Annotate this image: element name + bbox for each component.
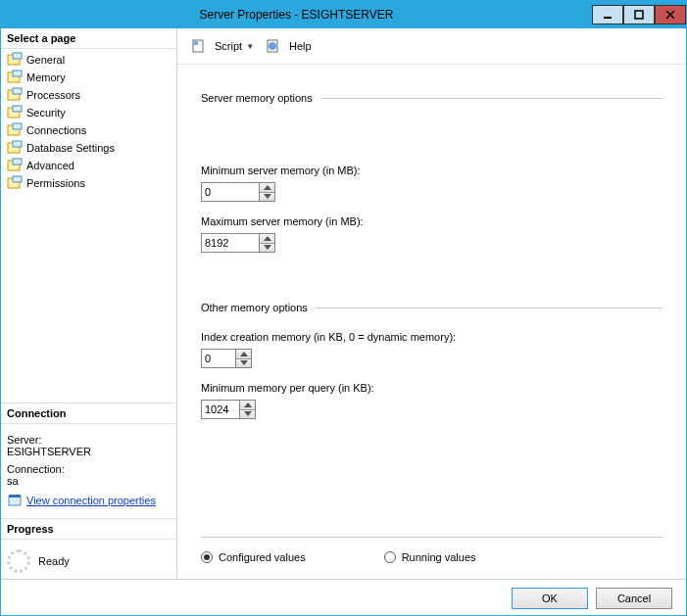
min-server-memory-label: Minimum server memory (in MB):: [201, 165, 662, 176]
progress-spinner-icon: [7, 549, 30, 573]
index-creation-memory-field[interactable]: [201, 349, 236, 368]
min-memory-per-query-input[interactable]: [201, 400, 662, 419]
page-label: Advanced: [26, 160, 74, 171]
help-button[interactable]: Help: [262, 36, 316, 56]
ok-button[interactable]: OK: [512, 588, 588, 609]
configured-values-radio[interactable]: Configured values: [201, 551, 306, 563]
select-page-header: Select a page: [1, 28, 176, 49]
running-values-radio[interactable]: Running values: [384, 551, 476, 563]
main-content: Server memory options Minimum server mem…: [177, 65, 686, 579]
max-server-memory-field[interactable]: [201, 233, 260, 253]
properties-icon: [7, 493, 23, 508]
page-item-security[interactable]: Security: [1, 104, 176, 121]
page-label: Database Settings: [26, 142, 115, 154]
svg-marker-30: [240, 360, 248, 365]
section-server-memory: Server memory options: [201, 92, 313, 104]
page-icon: [7, 175, 23, 191]
dialog-window: Server Properties - ESIGHTSERVER Select …: [0, 0, 687, 616]
view-connection-properties-link[interactable]: View connection properties: [7, 493, 171, 508]
page-item-advanced[interactable]: Advanced: [1, 157, 176, 174]
dialog-footer: OK Cancel: [1, 579, 686, 616]
page-icon: [7, 122, 23, 138]
page-label: Connections: [26, 124, 86, 136]
spin-up-button[interactable]: [260, 234, 274, 244]
window-controls: [592, 5, 686, 24]
page-item-memory[interactable]: Memory: [1, 69, 176, 86]
connection-group: Connection Server: ESIGHTSERVER Connecti…: [1, 403, 176, 518]
page-icon: [7, 140, 23, 156]
server-label: Server:: [7, 434, 171, 446]
spin-down-button[interactable]: [236, 359, 251, 368]
left-panel: Select a page General Memory Processors …: [1, 28, 177, 579]
minimize-button[interactable]: [592, 5, 623, 24]
help-icon: [266, 38, 281, 54]
svg-marker-31: [244, 403, 252, 407]
script-icon: [191, 38, 207, 54]
svg-point-24: [269, 42, 276, 50]
svg-marker-29: [240, 352, 248, 356]
progress-group: Progress Ready: [1, 518, 176, 579]
page-item-connections[interactable]: Connections: [1, 121, 176, 139]
help-label: Help: [289, 40, 312, 52]
connection-header: Connection: [1, 403, 176, 424]
svg-marker-32: [244, 411, 252, 416]
min-server-memory-input[interactable]: [201, 182, 662, 202]
spin-down-button[interactable]: [240, 410, 255, 419]
connection-value: sa: [7, 475, 171, 487]
right-panel: Script ▼ Help Server memory options Mini…: [177, 28, 686, 579]
svg-rect-20: [9, 497, 21, 505]
close-button[interactable]: [655, 5, 686, 24]
index-creation-memory-label: Index creation memory (in KB, 0 = dynami…: [201, 331, 662, 343]
window-title: Server Properties - ESIGHTSERVER: [1, 8, 592, 22]
page-icon: [7, 70, 23, 85]
min-memory-per-query-field[interactable]: [201, 400, 240, 419]
svg-rect-7: [13, 71, 22, 76]
svg-rect-5: [13, 53, 22, 59]
progress-status: Ready: [38, 555, 70, 567]
svg-rect-13: [13, 123, 22, 129]
chevron-down-icon: ▼: [246, 42, 254, 51]
svg-marker-25: [264, 185, 271, 190]
maximize-button[interactable]: [623, 5, 655, 24]
server-value: ESIGHTSERVER: [7, 446, 171, 457]
page-list: General Memory Processors Security Conne…: [1, 49, 176, 194]
page-label: Permissions: [26, 177, 85, 189]
svg-rect-15: [13, 141, 22, 147]
max-server-memory-input[interactable]: [201, 233, 662, 253]
cancel-button[interactable]: Cancel: [596, 588, 672, 609]
page-label: Memory: [26, 71, 66, 83]
page-item-permissions[interactable]: Permissions: [1, 174, 176, 192]
min-server-memory-field[interactable]: [201, 182, 260, 202]
page-label: Security: [26, 107, 66, 118]
page-label: Processors: [26, 89, 80, 101]
titlebar: Server Properties - ESIGHTSERVER: [1, 1, 686, 28]
svg-rect-9: [13, 88, 22, 94]
progress-header: Progress: [1, 519, 176, 540]
page-icon: [7, 52, 23, 68]
svg-rect-19: [13, 176, 22, 182]
svg-marker-27: [264, 236, 271, 241]
link-text: View connection properties: [26, 495, 156, 506]
spin-down-button[interactable]: [260, 244, 274, 253]
configured-values-label: Configured values: [219, 551, 306, 563]
page-item-database-settings[interactable]: Database Settings: [1, 139, 176, 157]
page-item-general[interactable]: General: [1, 51, 176, 69]
svg-rect-21: [9, 495, 21, 498]
min-memory-per-query-label: Minimum memory per query (in KB):: [201, 382, 662, 394]
page-icon: [7, 105, 23, 120]
spin-up-button[interactable]: [260, 183, 274, 193]
script-button[interactable]: Script ▼: [187, 36, 258, 56]
index-creation-memory-input[interactable]: [201, 349, 662, 368]
spin-up-button[interactable]: [240, 401, 255, 410]
spin-up-button[interactable]: [236, 350, 251, 359]
page-item-processors[interactable]: Processors: [1, 86, 176, 104]
toolbar: Script ▼ Help: [177, 28, 686, 65]
spin-down-button[interactable]: [260, 193, 274, 202]
running-values-label: Running values: [402, 551, 476, 563]
page-icon: [7, 158, 23, 173]
svg-rect-11: [13, 106, 22, 112]
svg-rect-1: [635, 11, 643, 19]
page-icon: [7, 87, 23, 103]
connection-label: Connection:: [7, 463, 171, 475]
section-other-memory: Other memory options: [201, 302, 308, 313]
